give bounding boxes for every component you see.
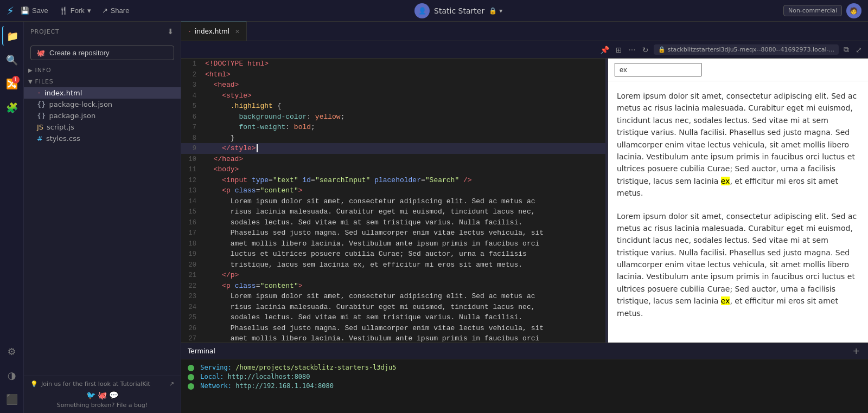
files-chevron-icon: ▼ (28, 79, 33, 85)
preview-paragraph-2: Lorem ipsum dolor sit amet, consectetur … (617, 210, 859, 320)
code-line-21: 21 </p> (181, 270, 605, 281)
tab-close-button[interactable]: ✕ (235, 28, 240, 35)
activity-terminal-icon[interactable]: ⬛ (2, 389, 22, 409)
link-icon: 💡 (30, 380, 38, 388)
code-line-15: 15 risus lacinia malesuada. Curabitur eg… (181, 206, 605, 217)
activity-search-icon[interactable]: 🔍 (2, 50, 22, 69)
code-line-26: 26 Phasellus sed justo magna. Sed ullamc… (181, 323, 605, 334)
js-file-icon: JS (37, 123, 43, 131)
code-line-19: 19 luctus et ultrices posuere cubilia Cu… (181, 249, 605, 260)
code-line-8: 8 } (181, 133, 605, 144)
activity-theme-icon[interactable]: ◑ (2, 365, 22, 385)
project-label: PROJECT (30, 28, 60, 35)
refresh-icon[interactable]: ↻ (641, 44, 650, 56)
code-line-24: 24 risus lacinia malesuada. Curabitur eg… (181, 302, 605, 313)
bug-report-text[interactable]: Something broken? File a bug! (30, 402, 174, 409)
sidebar-files-header[interactable]: ▼ FILES (24, 76, 181, 87)
code-line-2: 2 <html> (181, 69, 605, 80)
save-button[interactable]: 💾 Save (16, 4, 53, 17)
preview-content: Lorem ipsum dolor sit amet, consectetur … (608, 81, 868, 339)
github-footer-icon[interactable]: 🐙 (98, 391, 107, 399)
json-file-icon-2: {} (37, 112, 46, 120)
tutorial-kit-link[interactable]: 💡 Join us for the first look at Tutorial… (30, 380, 174, 388)
sidebar-header: PROJECT ⬇ (24, 22, 181, 41)
preview-para2-highlight: ex (721, 296, 730, 305)
tab-html-icon: ⬝ (188, 28, 192, 35)
url-bar: 🔒 stackblitzstartersl3dju5-meqx--8080--4… (654, 44, 839, 55)
lock-chevron-icon: ▾ (499, 7, 502, 15)
sidebar-item-script-js[interactable]: JS script.js (24, 121, 181, 133)
terminal-status-icon (188, 365, 194, 371)
terminal-line-local: Local: http://localhost:8080 (188, 373, 861, 380)
split-editor-icon[interactable]: ⊞ (614, 44, 624, 56)
code-line-6: 6 background-color: yellow; (181, 112, 605, 122)
add-terminal-button[interactable]: + (851, 344, 861, 358)
activity-bar: 📁 🔍 🔀 1 🧩 ⚙️ ◑ ⬛ (0, 22, 24, 413)
fullscreen-icon[interactable]: ⤢ (854, 44, 864, 56)
twitter-icon[interactable]: 🐦 (86, 391, 95, 399)
discord-icon[interactable]: 💬 (109, 391, 118, 399)
code-line-11: 11 <body> (181, 164, 605, 175)
lock-icon: 🔒 (489, 7, 497, 15)
code-line-16: 16 sodales lectus. Sed vitae mi at sem t… (181, 217, 605, 228)
code-line-9: 9 </style> (181, 143, 605, 154)
code-line-23: 23 Lorem ipsum dolor sit amet, consectet… (181, 291, 605, 302)
code-line-27: 27 amet mollis libero lacinia. Vestibulu… (181, 333, 605, 343)
preview-search-bar (608, 59, 868, 81)
project-title: Static Starter (434, 7, 484, 15)
activity-extensions-icon[interactable]: 🧩 (2, 98, 22, 117)
terminal-content: Serving: /home/projects/stackblitz-start… (181, 359, 868, 413)
external-link-icon: ↗ (169, 380, 174, 388)
user-avatar[interactable]: 🧑 (846, 3, 861, 18)
more-options-icon[interactable]: ··· (627, 44, 637, 56)
fork-chevron-icon: ▾ (87, 7, 91, 15)
terminal-tab[interactable]: Terminal (188, 347, 215, 355)
activity-source-control-icon[interactable]: 🔀 1 (2, 74, 22, 93)
code-line-20: 20 tristique, lacus sem lacinia ex, et e… (181, 260, 605, 270)
activity-bar-bottom: ⚙️ ◑ ⬛ (2, 341, 22, 409)
open-in-new-icon[interactable]: ⧉ (842, 43, 851, 56)
lock-button[interactable]: 🔒 ▾ (489, 7, 502, 15)
terminal-tabs: Terminal + (181, 343, 868, 359)
code-line-17: 17 Phasellus sed justo magna. Sed ullamc… (181, 228, 605, 238)
tab-index-html[interactable]: ⬝ index.html ✕ (181, 22, 247, 41)
activity-files-icon[interactable]: 📁 (2, 26, 22, 46)
top-bar-right: Non-commercial 🧑 (783, 3, 861, 18)
code-editor[interactable]: 1 <!DOCTYPE html> 2 <html> 3 <head> 4 <s… (181, 59, 605, 343)
logo-icon: ⚡ (7, 4, 14, 17)
fork-button[interactable]: 🍴 Fork ▾ (55, 4, 95, 17)
sidebar-item-package-json[interactable]: {} package.json (24, 110, 181, 121)
save-icon: 💾 (21, 7, 29, 15)
lock-url-icon: 🔒 (658, 46, 666, 53)
code-line-5: 5 .highlight { (181, 101, 605, 112)
bottom-icons: 🐦 🐙 💬 (30, 391, 174, 399)
sidebar-info-section: ▶ INFO (24, 64, 181, 76)
sidebar-info-header[interactable]: ▶ INFO (24, 64, 181, 76)
pin-icon[interactable]: 📌 (598, 44, 611, 56)
editor-content-area: 1 <!DOCTYPE html> 2 <html> 3 <head> 4 <s… (181, 59, 868, 343)
sidebar-item-index-html[interactable]: ⬝ index.html (24, 87, 181, 99)
terminal-local-icon (188, 374, 194, 380)
code-line-18: 18 amet mollis libero lacinia. Vestibulu… (181, 238, 605, 249)
source-control-badge: 1 (12, 76, 20, 83)
preview-search-input[interactable] (615, 63, 701, 76)
code-line-4: 4 <style> (181, 91, 605, 101)
sidebar-download-icon[interactable]: ⬇ (167, 27, 174, 36)
editor-toolbar: 📌 ⊞ ··· ↻ 🔒 stackblitzstartersl3dju5-meq… (181, 41, 868, 59)
html-file-icon: ⬝ (37, 89, 41, 97)
non-commercial-badge: Non-commercial (783, 5, 842, 16)
code-line-10: 10 </head> (181, 154, 605, 165)
create-repository-button[interactable]: 🐙 Create a repository (30, 46, 174, 60)
share-button[interactable]: ↗ Share (98, 4, 134, 17)
activity-settings-icon[interactable]: ⚙️ (2, 341, 22, 361)
code-line-7: 7 font-weight: bold; (181, 122, 605, 133)
preview-para2-before: Lorem ipsum dolor sit amet, consectetur … (617, 212, 857, 306)
terminal-network-icon (188, 383, 194, 390)
code-line-3: 3 <head> (181, 80, 605, 91)
sidebar-item-package-lock[interactable]: {} package-lock.json (24, 99, 181, 110)
terminal-area: Terminal + Serving: /home/projects/stack… (181, 343, 868, 413)
code-line-12: 12 <input type="text" id="searchInput" p… (181, 175, 605, 186)
preview-paragraph-1: Lorem ipsum dolor sit amet, consectetur … (617, 90, 859, 199)
code-line-22: 22 <p class="content"> (181, 281, 605, 292)
sidebar-item-styles-css[interactable]: # styles.css (24, 133, 181, 144)
